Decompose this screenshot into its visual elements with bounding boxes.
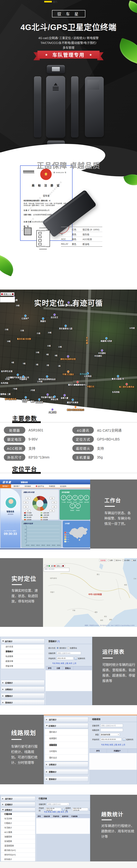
map-control-checkbox[interactable]: 全景 (108, 559, 112, 561)
help-link[interactable]: [?] (57, 640, 60, 643)
sidebar-group-expanded[interactable]: 区域统计 (44, 723, 88, 728)
map-poi[interactable]: 东风西街 (1, 381, 8, 384)
dashboard-nav-tab[interactable]: 征信查询 (58, 484, 69, 488)
sidebar-item[interactable]: 行程统计 (1, 821, 35, 826)
sidebar-group[interactable]: 报警统计 (1, 693, 44, 699)
panel-text: 车辆运行状态、各种报警、车辆分布情况一目了然。 (104, 510, 134, 527)
sidebar-item[interactable]: 运行总览 (1, 644, 44, 649)
map-poi[interactable]: 良泉医药 (35, 398, 43, 403)
satellite-map[interactable] (0, 289, 137, 413)
sidebar-item[interactable]: 刹车统计 (1, 857, 35, 861)
map-poi[interactable]: 华莱士汉堡店 (62, 370, 74, 376)
legend-swatch-icon (24, 512, 26, 514)
sidebar-item[interactable]: 停留详单 (1, 664, 44, 669)
sidebar-group-expanded[interactable]: 诊断统计 (1, 808, 35, 812)
sidebar-item[interactable]: 围栏远点 (45, 755, 88, 761)
sidebar-item[interactable]: 里程统计 (1, 649, 44, 654)
map-poi[interactable]: 尾巴优品宠物用品店 (38, 375, 56, 380)
map-type-select[interactable]: 百度地图 (99, 559, 106, 562)
satmap-info-box[interactable] (0, 297, 15, 302)
sidebar-item[interactable]: 收费围栏 (45, 735, 88, 742)
sidebar-item[interactable]: 温湿度图表 (1, 844, 35, 848)
start-date-input[interactable]: 2021-05-25 (57, 657, 73, 660)
sidebar-group[interactable]: 诊断统计 (1, 687, 44, 692)
start-date-input[interactable]: 2021-05-25 00:00:00 (100, 738, 122, 741)
sidebar-item[interactable]: 油量图表 (1, 835, 35, 839)
poi-pin-icon (45, 375, 48, 378)
map-poi[interactable]: 中国移动 (20, 375, 27, 380)
radio-batch-export[interactable] (67, 647, 69, 649)
dashboard-nav-tab[interactable]: 财务报表 (22, 484, 33, 488)
change-password-link[interactable]: 修改密码 (1, 513, 20, 515)
map-poi[interactable]: 潍坊万康健康体检中心 (68, 381, 87, 386)
map-poi[interactable]: 秦家大院烧烤烤鱼店 (67, 406, 84, 411)
map-poi[interactable]: 英伦皇家幼儿园 (59, 324, 72, 330)
sidebar-item[interactable]: 超速详单 (1, 659, 44, 664)
sidebar-group-expanded[interactable]: 运行统计 (1, 639, 44, 644)
sidebar-group[interactable]: 运行统计 (1, 796, 35, 801)
map-poi[interactable]: 德佑 (31, 400, 34, 403)
map-control-checkbox[interactable]: 显示围栏 (123, 559, 130, 561)
dashboard-nav-tab[interactable]: 我的账户 (0, 484, 11, 488)
map-poi[interactable]: 中百便利 (98, 349, 106, 354)
calendar-icon[interactable] (123, 738, 125, 741)
map-poi[interactable]: 金禾养生足道 (1, 370, 12, 373)
map-poi[interactable]: 维康莱大药房 (101, 337, 112, 342)
sidebar-group[interactable]: 登录统计 (1, 700, 44, 705)
quick-date-links[interactable]: 今天 昨天| 本周 上周| 本月 上月 (44, 810, 68, 813)
sidebar-group[interactable]: 区域统计 (1, 802, 35, 807)
sidebar-item[interactable]: 加油图表 (1, 839, 35, 844)
device-input[interactable]: 请输入设备号/IMEI⌄ (47, 803, 69, 806)
device-input[interactable]: 请输入设备号/IMEI (57, 652, 81, 655)
map-poi[interactable]: 鲁发名城-安定郡 (17, 338, 31, 340)
calendar-icon[interactable] (75, 657, 77, 660)
sidebar-group[interactable]: 区域统计 (1, 680, 44, 686)
map-poi[interactable]: 儿童乐园 (48, 408, 56, 413)
sidebar-group[interactable]: 登录统计 (44, 776, 88, 782)
map-poi[interactable]: 鲁发公园道1号 (112, 375, 124, 380)
quick-date-links[interactable]: 今天 昨天| 本周 上周| 本月 上月 (101, 743, 125, 746)
calendar-icon[interactable] (62, 808, 65, 811)
map-poi[interactable]: 南三里村支委员会 (119, 383, 134, 388)
sidebar-item[interactable]: 车况详单 (1, 817, 35, 821)
poi-pin-icon (100, 349, 104, 352)
map-poi[interactable]: 泰华金泰名苑 (5, 398, 16, 400)
sidebar-group[interactable]: 运行统计 (44, 717, 88, 722)
sidebar-item[interactable]: ACC报表 (1, 830, 35, 835)
quick-date-links[interactable]: 今天 昨天| 本周 上周| 本月 上月 (52, 662, 76, 664)
dashboard-nav-tab[interactable]: 车辆档案 (46, 484, 58, 488)
route-name-input[interactable] (100, 728, 123, 732)
map-poi[interactable]: 中国石化 (87, 385, 94, 388)
map-control-checkbox[interactable]: 显示POI (114, 559, 121, 561)
map-poi[interactable]: 顺洁汽车美容 (67, 399, 78, 404)
sidebar-item[interactable]: 行程详单 (1, 812, 35, 817)
type-select[interactable]: 路线偏移报警∨ (100, 733, 120, 736)
radio-by-day[interactable] (57, 647, 59, 649)
map-poi[interactable]: 东风西街 (112, 391, 119, 393)
light-map[interactable]: 百度地图 全景 显示POI 显示围栏 轨迹 正常 超速 超速(1.5) 请输入地… (43, 558, 137, 627)
sidebar-group[interactable]: 报警统计 (44, 769, 88, 775)
map-poi[interactable]: 恒信房产 (22, 396, 30, 401)
sidebar-item[interactable]: 用车时长[HY] (1, 853, 35, 857)
sidebar-item[interactable]: 轨迹报表 (1, 654, 44, 659)
map-poi[interactable]: 泽信云筑 (50, 396, 58, 401)
end-date-input[interactable]: 2021-05-25 10:01:08 (72, 808, 88, 811)
sidebar-item[interactable]: 线路规划 (45, 742, 88, 748)
map-poi[interactable]: 翡翠城-二期 (0, 393, 10, 396)
dashboard-nav-tab[interactable]: 我的客户 (11, 484, 22, 488)
dashboard-nav-tab[interactable]: 监控平台 (33, 484, 46, 488)
map-control-checkbox[interactable]: 轨迹 (131, 559, 136, 561)
map-poi[interactable]: 巨力公园 (80, 373, 88, 375)
map-poi[interactable]: 吉白花艺 (50, 313, 58, 319)
map-poi[interactable]: 中百便利 (94, 354, 102, 357)
sidebar-group[interactable]: 诊断统计 (44, 762, 88, 767)
map-poi[interactable]: 亿居房产 (22, 315, 29, 320)
sidebar-item[interactable]: 围栏统计 (45, 729, 88, 735)
sidebar-item[interactable]: 车况统计 (1, 826, 35, 830)
sidebar-item[interactable]: 分时管车 (45, 748, 88, 755)
device-input[interactable]: 请输入设备名/IMEI号 (100, 724, 123, 727)
map-poi[interactable]: 果蔬坊 (40, 317, 46, 322)
map-search-input[interactable]: 请输入地点查询 (44, 568, 69, 572)
map-poi[interactable]: 泰和沐足商务会馆 (60, 355, 76, 361)
sidebar-item[interactable]: 趟次统计[HY] (1, 848, 35, 853)
